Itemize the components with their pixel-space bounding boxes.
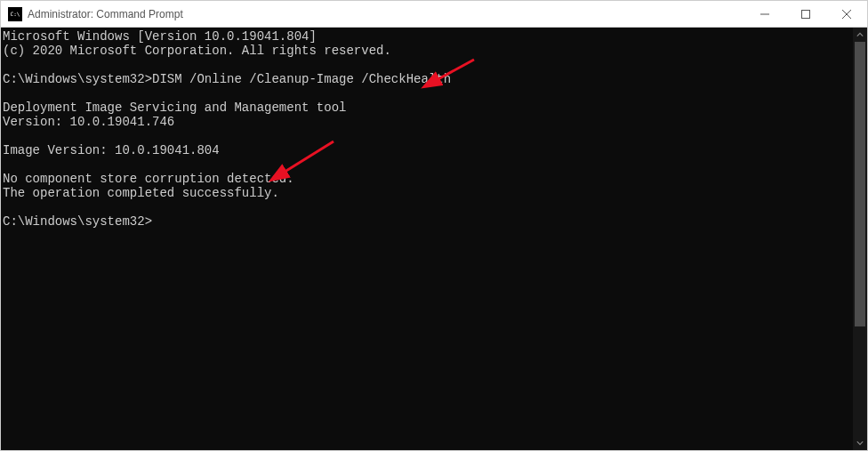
minimize-button[interactable] <box>744 1 785 27</box>
chevron-down-icon <box>856 439 864 447</box>
command-prompt-window: Administrator: Command Prompt Microsoft … <box>0 0 868 451</box>
chevron-up-icon <box>856 31 864 38</box>
window-title: Administrator: Command Prompt <box>28 8 744 20</box>
scroll-down-button[interactable] <box>853 436 867 450</box>
minimize-icon <box>760 10 769 19</box>
scroll-track[interactable] <box>853 42 867 436</box>
scroll-up-button[interactable] <box>853 28 867 42</box>
terminal-output[interactable]: Microsoft Windows [Version 10.0.19041.80… <box>1 28 853 450</box>
scroll-thumb[interactable] <box>855 42 865 326</box>
svg-rect-1 <box>802 10 810 18</box>
maximize-icon <box>801 10 810 19</box>
close-button[interactable] <box>826 1 867 27</box>
titlebar[interactable]: Administrator: Command Prompt <box>1 1 867 28</box>
close-icon <box>842 10 851 19</box>
terminal-area: Microsoft Windows [Version 10.0.19041.80… <box>1 28 867 450</box>
scrollbar[interactable] <box>853 28 867 450</box>
window-controls <box>744 1 867 27</box>
maximize-button[interactable] <box>785 1 826 27</box>
cmd-icon <box>8 7 22 21</box>
